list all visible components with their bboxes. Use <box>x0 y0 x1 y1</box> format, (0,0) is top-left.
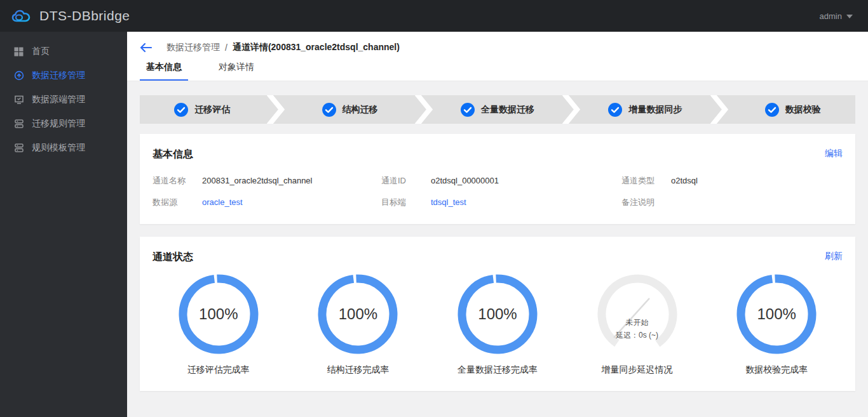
donut-value: 100% <box>735 273 818 355</box>
main-area: 迁移评估 结构迁移 全量数据迁移 <box>127 81 868 391</box>
tab-object-details[interactable]: 对象详情 <box>212 62 261 81</box>
gauge-status-text: 未开始 <box>596 317 679 328</box>
basic-info-card: 基本信息 编辑 通道名称 200831_oracle2tdsql_channel… <box>140 134 855 224</box>
main-content: 数据迁移管理 / 通道详情(200831_oracle2tdsql_channe… <box>127 0 868 417</box>
chevron-right-icon <box>412 95 435 124</box>
check-circle-icon <box>608 103 622 117</box>
donut-label: 迁移评估完成率 <box>187 364 250 376</box>
source-card-icon <box>13 95 24 105</box>
chevron-down-icon <box>846 15 853 18</box>
donut-data-verification: 100% 数据校验完成率 <box>707 273 846 376</box>
sidebar-item-rule-templates[interactable]: 规则模板管理 <box>0 136 127 160</box>
donut-value: 100% <box>177 273 260 355</box>
step-structure-migration: 结构迁移 <box>287 95 412 124</box>
sidebar-item-label: 首页 <box>32 46 50 57</box>
breadcrumb-parent[interactable]: 数据迁移管理 <box>166 42 220 53</box>
donut-structure-migration: 100% 结构迁移完成率 <box>288 273 428 376</box>
sidebar-item-label: 迁移规则管理 <box>32 118 85 129</box>
basic-info-grid: 通道名称 200831_oracle2tdsql_channel 通道ID o2… <box>140 174 855 209</box>
step-incremental-sync: 增量数据同步 <box>583 95 707 124</box>
field-channel-name: 通道名称 200831_oracle2tdsql_channel <box>153 174 381 187</box>
donut-value: 100% <box>456 273 539 355</box>
rules-stack-icon <box>13 119 24 129</box>
gauge-chart <box>596 273 679 355</box>
breadcrumb-separator: / <box>225 43 227 53</box>
step-label: 增量数据同步 <box>628 104 682 116</box>
user-menu[interactable]: admin <box>820 11 853 21</box>
app-logo: DTS-DBbridge <box>11 8 130 23</box>
sidebar-item-label: 数据源端管理 <box>32 94 85 105</box>
step-migration-evaluation: 迁移评估 <box>140 95 264 124</box>
donut-migration-evaluation: 100% 迁移评估完成率 <box>149 273 288 376</box>
check-circle-icon <box>461 103 475 117</box>
cloud-logo-icon <box>11 9 31 23</box>
breadcrumb-current: 通道详情(200831_oracle2tdsql_channel) <box>233 42 400 53</box>
step-data-verification: 数据校验 <box>731 95 855 124</box>
back-arrow-icon[interactable] <box>140 41 153 54</box>
step-label: 结构迁移 <box>342 104 378 116</box>
channel-status-title: 通道状态 <box>153 251 193 264</box>
check-circle-icon <box>322 103 336 117</box>
app-title: DTS-DBbridge <box>39 8 130 23</box>
sidebar-item-migration-rules[interactable]: 迁移规则管理 <box>0 112 127 136</box>
sidebar: 首页 数据迁移管理 数据源端管理 迁移规则管理 <box>0 32 127 417</box>
gauge-row: 100% 迁移评估完成率 100% 结构迁移完成率 <box>140 273 855 376</box>
username: admin <box>820 11 842 21</box>
donut-label: 全量数据迁移完成率 <box>458 364 538 376</box>
step-label: 全量数据迁移 <box>481 104 534 116</box>
topbar: DTS-DBbridge admin <box>0 0 868 32</box>
tab-basic-info[interactable]: 基本信息 <box>140 62 188 81</box>
gauge-label: 增量同步延迟情况 <box>602 364 673 376</box>
step-label: 数据校验 <box>785 104 821 116</box>
sidebar-item-label: 数据迁移管理 <box>32 70 85 81</box>
progress-steps: 迁移评估 结构迁移 全量数据迁移 <box>140 95 855 124</box>
field-remark: 备注说明 <box>621 195 843 209</box>
page-header: 数据迁移管理 / 通道详情(200831_oracle2tdsql_channe… <box>127 32 868 81</box>
templates-stack-icon <box>13 143 24 154</box>
grid-icon <box>13 46 24 57</box>
gauge-delay-text: 延迟：0s (~) <box>596 330 679 341</box>
check-circle-icon <box>174 103 188 117</box>
migration-icon <box>13 70 24 81</box>
step-full-data-migration: 全量数据迁移 <box>435 95 560 124</box>
sidebar-item-data-migration[interactable]: 数据迁移管理 <box>0 63 127 88</box>
target-link[interactable]: tdsql_test <box>431 195 466 209</box>
chevron-right-icon <box>708 95 731 124</box>
donut-label: 数据校验完成率 <box>745 364 808 376</box>
edit-link[interactable]: 编辑 <box>825 148 843 159</box>
source-link[interactable]: oracle_test <box>202 195 243 209</box>
gauge-incremental-sync-delay: 未开始 延迟：0s (~) 增量同步延迟情况 <box>567 273 707 376</box>
chevron-right-icon <box>264 95 287 124</box>
field-channel-id: 通道ID o2tdsql_00000001 <box>381 174 621 187</box>
sidebar-item-label: 规则模板管理 <box>32 142 85 154</box>
breadcrumb: 数据迁移管理 / 通道详情(200831_oracle2tdsql_channe… <box>140 32 855 53</box>
field-data-source: 数据源 oracle_test <box>153 195 381 209</box>
donut-full-data-migration: 100% 全量数据迁移完成率 <box>428 273 567 376</box>
sidebar-item-home[interactable]: 首页 <box>0 39 127 63</box>
donut-label: 结构迁移完成率 <box>327 364 389 376</box>
field-channel-type: 通道类型 o2tdsql <box>621 174 843 187</box>
donut-value: 100% <box>316 273 399 355</box>
tabs: 基本信息 对象详情 <box>140 62 261 81</box>
basic-info-title: 基本信息 <box>153 148 193 161</box>
step-label: 迁移评估 <box>194 104 230 116</box>
field-target: 目标端 tdsql_test <box>381 195 621 209</box>
check-circle-icon <box>765 103 779 117</box>
refresh-link[interactable]: 刷新 <box>825 251 843 262</box>
sidebar-item-datasource[interactable]: 数据源端管理 <box>0 88 127 112</box>
channel-status-card: 通道状态 刷新 100% 迁移评估完成率 <box>140 237 855 391</box>
chevron-right-icon <box>560 95 583 124</box>
